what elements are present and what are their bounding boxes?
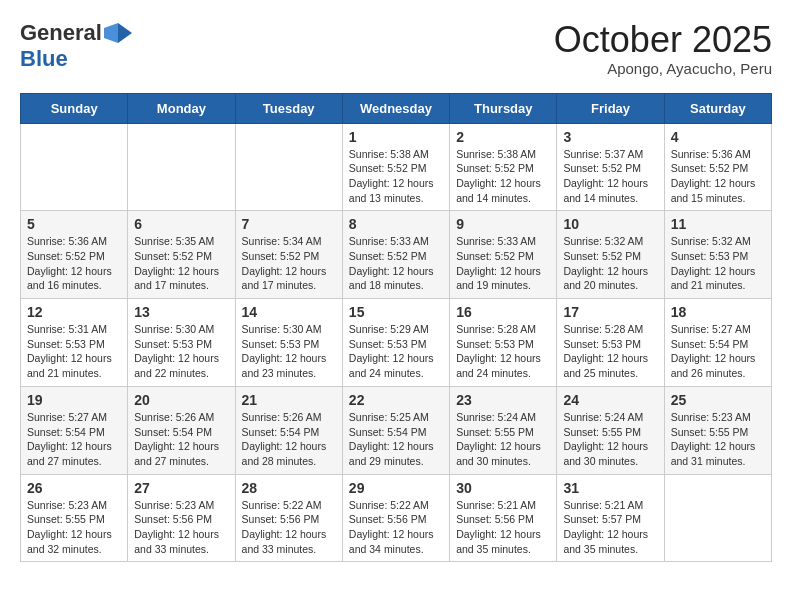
day-number: 5 bbox=[27, 216, 121, 232]
day-info: Sunrise: 5:28 AM Sunset: 5:53 PM Dayligh… bbox=[563, 322, 657, 381]
calendar-week-5: 26Sunrise: 5:23 AM Sunset: 5:55 PM Dayli… bbox=[21, 474, 772, 562]
calendar-cell bbox=[664, 474, 771, 562]
day-number: 4 bbox=[671, 129, 765, 145]
calendar-cell: 6Sunrise: 5:35 AM Sunset: 5:52 PM Daylig… bbox=[128, 211, 235, 299]
svg-marker-0 bbox=[118, 23, 132, 43]
day-number: 16 bbox=[456, 304, 550, 320]
day-info: Sunrise: 5:36 AM Sunset: 5:52 PM Dayligh… bbox=[671, 147, 765, 206]
calendar-cell: 15Sunrise: 5:29 AM Sunset: 5:53 PM Dayli… bbox=[342, 299, 449, 387]
day-number: 15 bbox=[349, 304, 443, 320]
day-number: 30 bbox=[456, 480, 550, 496]
day-number: 27 bbox=[134, 480, 228, 496]
calendar-week-2: 5Sunrise: 5:36 AM Sunset: 5:52 PM Daylig… bbox=[21, 211, 772, 299]
day-number: 12 bbox=[27, 304, 121, 320]
day-info: Sunrise: 5:23 AM Sunset: 5:55 PM Dayligh… bbox=[671, 410, 765, 469]
day-info: Sunrise: 5:24 AM Sunset: 5:55 PM Dayligh… bbox=[563, 410, 657, 469]
day-number: 10 bbox=[563, 216, 657, 232]
calendar-cell: 24Sunrise: 5:24 AM Sunset: 5:55 PM Dayli… bbox=[557, 386, 664, 474]
day-number: 29 bbox=[349, 480, 443, 496]
day-number: 22 bbox=[349, 392, 443, 408]
day-info: Sunrise: 5:33 AM Sunset: 5:52 PM Dayligh… bbox=[456, 234, 550, 293]
day-info: Sunrise: 5:24 AM Sunset: 5:55 PM Dayligh… bbox=[456, 410, 550, 469]
calendar-cell: 17Sunrise: 5:28 AM Sunset: 5:53 PM Dayli… bbox=[557, 299, 664, 387]
calendar-cell: 19Sunrise: 5:27 AM Sunset: 5:54 PM Dayli… bbox=[21, 386, 128, 474]
weekday-monday: Monday bbox=[128, 93, 235, 123]
day-info: Sunrise: 5:29 AM Sunset: 5:53 PM Dayligh… bbox=[349, 322, 443, 381]
calendar-cell bbox=[128, 123, 235, 211]
day-number: 14 bbox=[242, 304, 336, 320]
calendar-cell: 28Sunrise: 5:22 AM Sunset: 5:56 PM Dayli… bbox=[235, 474, 342, 562]
calendar-cell: 9Sunrise: 5:33 AM Sunset: 5:52 PM Daylig… bbox=[450, 211, 557, 299]
title-section: October 2025 Apongo, Ayacucho, Peru bbox=[554, 20, 772, 77]
calendar-cell: 20Sunrise: 5:26 AM Sunset: 5:54 PM Dayli… bbox=[128, 386, 235, 474]
calendar-cell: 2Sunrise: 5:38 AM Sunset: 5:52 PM Daylig… bbox=[450, 123, 557, 211]
day-info: Sunrise: 5:35 AM Sunset: 5:52 PM Dayligh… bbox=[134, 234, 228, 293]
month-title: October 2025 bbox=[554, 20, 772, 60]
logo-icon bbox=[104, 23, 132, 43]
day-info: Sunrise: 5:38 AM Sunset: 5:52 PM Dayligh… bbox=[456, 147, 550, 206]
day-number: 26 bbox=[27, 480, 121, 496]
weekday-header-row: SundayMondayTuesdayWednesdayThursdayFrid… bbox=[21, 93, 772, 123]
logo-general-text: General bbox=[20, 20, 102, 46]
day-number: 28 bbox=[242, 480, 336, 496]
calendar-cell: 23Sunrise: 5:24 AM Sunset: 5:55 PM Dayli… bbox=[450, 386, 557, 474]
day-info: Sunrise: 5:37 AM Sunset: 5:52 PM Dayligh… bbox=[563, 147, 657, 206]
svg-marker-1 bbox=[104, 23, 118, 43]
day-info: Sunrise: 5:28 AM Sunset: 5:53 PM Dayligh… bbox=[456, 322, 550, 381]
day-info: Sunrise: 5:36 AM Sunset: 5:52 PM Dayligh… bbox=[27, 234, 121, 293]
day-info: Sunrise: 5:25 AM Sunset: 5:54 PM Dayligh… bbox=[349, 410, 443, 469]
logo: General Blue bbox=[20, 20, 132, 72]
day-info: Sunrise: 5:33 AM Sunset: 5:52 PM Dayligh… bbox=[349, 234, 443, 293]
weekday-saturday: Saturday bbox=[664, 93, 771, 123]
day-number: 13 bbox=[134, 304, 228, 320]
day-info: Sunrise: 5:32 AM Sunset: 5:53 PM Dayligh… bbox=[671, 234, 765, 293]
day-info: Sunrise: 5:38 AM Sunset: 5:52 PM Dayligh… bbox=[349, 147, 443, 206]
calendar-cell: 22Sunrise: 5:25 AM Sunset: 5:54 PM Dayli… bbox=[342, 386, 449, 474]
day-number: 1 bbox=[349, 129, 443, 145]
day-number: 23 bbox=[456, 392, 550, 408]
calendar-cell: 30Sunrise: 5:21 AM Sunset: 5:56 PM Dayli… bbox=[450, 474, 557, 562]
calendar-cell: 11Sunrise: 5:32 AM Sunset: 5:53 PM Dayli… bbox=[664, 211, 771, 299]
day-info: Sunrise: 5:26 AM Sunset: 5:54 PM Dayligh… bbox=[242, 410, 336, 469]
calendar-cell: 16Sunrise: 5:28 AM Sunset: 5:53 PM Dayli… bbox=[450, 299, 557, 387]
day-info: Sunrise: 5:21 AM Sunset: 5:57 PM Dayligh… bbox=[563, 498, 657, 557]
calendar-cell: 3Sunrise: 5:37 AM Sunset: 5:52 PM Daylig… bbox=[557, 123, 664, 211]
weekday-wednesday: Wednesday bbox=[342, 93, 449, 123]
day-info: Sunrise: 5:30 AM Sunset: 5:53 PM Dayligh… bbox=[134, 322, 228, 381]
calendar-cell: 21Sunrise: 5:26 AM Sunset: 5:54 PM Dayli… bbox=[235, 386, 342, 474]
logo-blue-text: Blue bbox=[20, 46, 68, 72]
weekday-thursday: Thursday bbox=[450, 93, 557, 123]
day-number: 2 bbox=[456, 129, 550, 145]
calendar-cell: 4Sunrise: 5:36 AM Sunset: 5:52 PM Daylig… bbox=[664, 123, 771, 211]
calendar-cell: 13Sunrise: 5:30 AM Sunset: 5:53 PM Dayli… bbox=[128, 299, 235, 387]
day-number: 21 bbox=[242, 392, 336, 408]
day-info: Sunrise: 5:21 AM Sunset: 5:56 PM Dayligh… bbox=[456, 498, 550, 557]
calendar-week-1: 1Sunrise: 5:38 AM Sunset: 5:52 PM Daylig… bbox=[21, 123, 772, 211]
day-info: Sunrise: 5:23 AM Sunset: 5:55 PM Dayligh… bbox=[27, 498, 121, 557]
day-number: 18 bbox=[671, 304, 765, 320]
calendar-cell: 29Sunrise: 5:22 AM Sunset: 5:56 PM Dayli… bbox=[342, 474, 449, 562]
calendar-cell: 25Sunrise: 5:23 AM Sunset: 5:55 PM Dayli… bbox=[664, 386, 771, 474]
day-number: 20 bbox=[134, 392, 228, 408]
calendar-cell: 14Sunrise: 5:30 AM Sunset: 5:53 PM Dayli… bbox=[235, 299, 342, 387]
calendar-cell: 26Sunrise: 5:23 AM Sunset: 5:55 PM Dayli… bbox=[21, 474, 128, 562]
header: General Blue October 2025 Apongo, Ayacuc… bbox=[20, 20, 772, 77]
day-info: Sunrise: 5:30 AM Sunset: 5:53 PM Dayligh… bbox=[242, 322, 336, 381]
day-info: Sunrise: 5:27 AM Sunset: 5:54 PM Dayligh… bbox=[27, 410, 121, 469]
calendar-cell: 31Sunrise: 5:21 AM Sunset: 5:57 PM Dayli… bbox=[557, 474, 664, 562]
day-number: 11 bbox=[671, 216, 765, 232]
day-info: Sunrise: 5:22 AM Sunset: 5:56 PM Dayligh… bbox=[349, 498, 443, 557]
location: Apongo, Ayacucho, Peru bbox=[554, 60, 772, 77]
calendar-cell: 8Sunrise: 5:33 AM Sunset: 5:52 PM Daylig… bbox=[342, 211, 449, 299]
day-number: 8 bbox=[349, 216, 443, 232]
calendar-week-4: 19Sunrise: 5:27 AM Sunset: 5:54 PM Dayli… bbox=[21, 386, 772, 474]
calendar-table: SundayMondayTuesdayWednesdayThursdayFrid… bbox=[20, 93, 772, 563]
day-info: Sunrise: 5:26 AM Sunset: 5:54 PM Dayligh… bbox=[134, 410, 228, 469]
day-number: 24 bbox=[563, 392, 657, 408]
weekday-friday: Friday bbox=[557, 93, 664, 123]
day-info: Sunrise: 5:27 AM Sunset: 5:54 PM Dayligh… bbox=[671, 322, 765, 381]
day-info: Sunrise: 5:31 AM Sunset: 5:53 PM Dayligh… bbox=[27, 322, 121, 381]
day-info: Sunrise: 5:23 AM Sunset: 5:56 PM Dayligh… bbox=[134, 498, 228, 557]
calendar-cell: 10Sunrise: 5:32 AM Sunset: 5:52 PM Dayli… bbox=[557, 211, 664, 299]
day-number: 19 bbox=[27, 392, 121, 408]
